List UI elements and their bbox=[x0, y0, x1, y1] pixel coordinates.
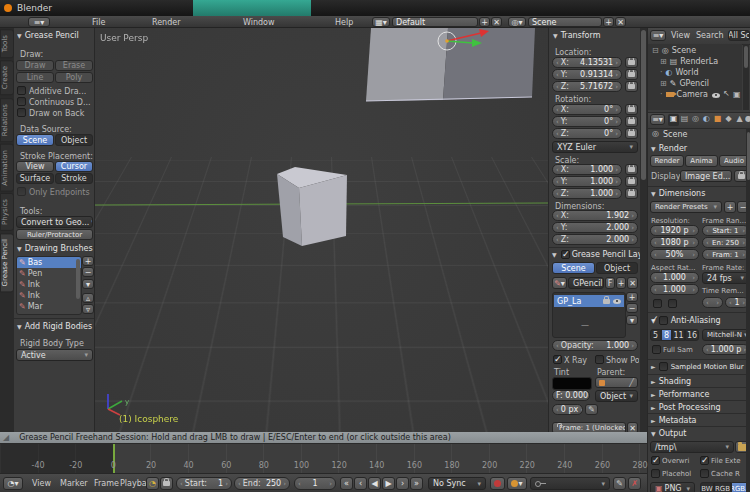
menu-file[interactable]: File bbox=[92, 18, 105, 27]
thickness-brush-button[interactable]: ✎ bbox=[585, 404, 598, 415]
rigid-bodies-panel-header[interactable]: Add Rigid Bodies bbox=[17, 322, 92, 331]
frame-rate-dropdown[interactable]: 24 fps bbox=[702, 272, 749, 284]
render-panel-header[interactable]: Render bbox=[651, 144, 687, 153]
parent-type-dropdown[interactable]: Object bbox=[595, 390, 638, 402]
tab-relations[interactable]: Relations bbox=[0, 98, 14, 142]
ruler-button[interactable]: Ruler/Protractor bbox=[16, 229, 93, 240]
brush-item-active[interactable]: ✎Bas bbox=[17, 257, 81, 268]
delete-keyframe-button[interactable]: ✗ bbox=[628, 477, 641, 490]
aa-samples-11-button[interactable]: 11 bbox=[672, 329, 685, 341]
brush-add-button[interactable]: + bbox=[82, 256, 94, 266]
scale-z-field[interactable]: Z:1.000 bbox=[552, 188, 622, 199]
layer-visibility-icon[interactable] bbox=[613, 299, 621, 304]
camera-select-icon[interactable]: ↖ bbox=[723, 89, 730, 98]
layer-specials-button[interactable]: ▾ bbox=[626, 315, 638, 325]
anti-aliasing-panel-header[interactable]: Anti-Aliasing bbox=[651, 316, 721, 325]
editor-type-button[interactable]: ≡▾ bbox=[28, 17, 50, 27]
keying-set-field[interactable] bbox=[530, 477, 610, 490]
color-bw-button[interactable]: BW bbox=[700, 482, 714, 492]
line-button[interactable]: Line bbox=[16, 72, 54, 83]
remap-old-field[interactable] bbox=[702, 297, 723, 308]
location-y-field[interactable]: Y:0.91314 bbox=[552, 69, 622, 80]
tab-render[interactable]: ▣ bbox=[668, 114, 679, 126]
rigid-body-type-dropdown[interactable]: Active bbox=[16, 349, 93, 361]
timeline-track[interactable]: -40-200204060801001201401601802002202402… bbox=[0, 443, 647, 473]
properties-scrollbar[interactable] bbox=[746, 128, 750, 492]
source-object-button[interactable]: Object bbox=[55, 134, 93, 146]
audio-button[interactable]: Audio bbox=[719, 155, 749, 167]
timeline-menu-marker[interactable]: Marker bbox=[60, 479, 88, 488]
brush-item[interactable]: ✎Pen bbox=[17, 268, 81, 279]
frame-step-field[interactable]: Fram: 1 bbox=[702, 249, 749, 260]
rotation-mode-dropdown[interactable]: XYZ Euler bbox=[552, 141, 638, 153]
rotation-z-field[interactable]: Z:0° bbox=[552, 128, 622, 139]
lock-cursor-button[interactable] bbox=[160, 477, 173, 490]
gp-add-button[interactable]: + bbox=[616, 277, 626, 289]
outliner-editor-button[interactable]: ≡▾ bbox=[650, 30, 666, 41]
display-dropdown[interactable]: Image Ed... bbox=[680, 170, 732, 182]
preview-range-button[interactable]: ◔ bbox=[146, 477, 159, 490]
tab-constraints[interactable]: ◆ bbox=[723, 114, 734, 126]
overwrite-checkbox[interactable] bbox=[651, 456, 660, 465]
frame-start-pill[interactable]: Start:1 bbox=[176, 477, 232, 490]
brush-move-down-button[interactable]: ▿ bbox=[82, 304, 94, 314]
insert-keyframe-button[interactable]: ✎ bbox=[613, 477, 626, 490]
fake-user-button[interactable]: F bbox=[605, 277, 615, 289]
transform-panel-header[interactable]: Transform bbox=[553, 31, 600, 40]
tab-scene[interactable]: ◎ bbox=[690, 114, 701, 126]
outliner-menu-view[interactable]: View bbox=[671, 31, 690, 40]
camera-render-icon[interactable]: ▣ bbox=[733, 90, 741, 99]
only-endpoints-checkbox[interactable] bbox=[17, 187, 26, 196]
lock-scale-z-button[interactable] bbox=[625, 188, 638, 199]
opacity-slider[interactable]: Opacity:1.000 bbox=[552, 340, 638, 351]
parent-object-field[interactable]: ╱ bbox=[595, 377, 638, 388]
tab-world[interactable]: ◐ bbox=[701, 114, 712, 126]
lock-scale-x-button[interactable] bbox=[625, 164, 638, 175]
aa-samples-8-button[interactable]: 8 bbox=[661, 329, 672, 341]
expander-icon[interactable]: ⊟ bbox=[652, 46, 659, 55]
layer-add-button[interactable]: + bbox=[626, 292, 638, 302]
outliner-item-scene[interactable]: ⊟◎Scene bbox=[652, 46, 696, 55]
prev-keyframe-button[interactable]: ‹ bbox=[354, 477, 367, 490]
aa-filter-dropdown[interactable]: Mitchell-N bbox=[702, 329, 749, 341]
menu-help[interactable]: Help bbox=[335, 18, 353, 27]
gpl-scene-button[interactable]: Scene bbox=[552, 262, 595, 274]
full-sample-checkbox[interactable] bbox=[652, 345, 661, 354]
scale-x-field[interactable]: X:1.000 bbox=[552, 164, 622, 175]
record-button[interactable] bbox=[490, 477, 505, 490]
crop-checkbox[interactable] bbox=[668, 299, 677, 308]
animation-button[interactable]: Anima bbox=[685, 155, 718, 167]
drawing-brushes-panel-header[interactable]: Drawing Brushes bbox=[17, 244, 93, 253]
camera-visibility-icon[interactable] bbox=[712, 93, 720, 98]
play-button[interactable]: ▶ bbox=[382, 477, 395, 490]
render-button[interactable]: Render bbox=[650, 155, 684, 167]
file-format-dropdown[interactable]: ▣PNG bbox=[650, 482, 695, 492]
timeline-editor-button[interactable]: ◔▾ bbox=[3, 477, 23, 490]
properties-editor-button[interactable]: ≡▾ bbox=[650, 114, 665, 125]
dimensions-panel-header[interactable]: Dimensions bbox=[651, 189, 705, 198]
tab-grease-pencil[interactable]: Grease Pencil bbox=[0, 233, 14, 292]
erase-button[interactable]: Erase bbox=[55, 60, 93, 71]
gp-datablock-name-field[interactable]: GPencil bbox=[568, 277, 604, 289]
outliner-menu-search[interactable]: Search bbox=[696, 31, 723, 40]
source-scene-button[interactable]: Scene bbox=[16, 134, 54, 146]
menu-window[interactable]: Window bbox=[243, 18, 275, 27]
gp-layer-item-active[interactable]: GP_La bbox=[554, 295, 624, 307]
dimensions-z-field[interactable]: Z:2.000 bbox=[552, 234, 638, 245]
gp-unlink-button[interactable]: ✕ bbox=[627, 277, 638, 289]
outliner-item-world[interactable]: ·◐World bbox=[660, 68, 698, 77]
resolution-y-field[interactable]: 1080 p bbox=[650, 237, 699, 248]
n-panel-scrollbar[interactable] bbox=[640, 28, 647, 432]
draw-on-back-checkbox[interactable] bbox=[17, 108, 26, 117]
breadcrumb[interactable]: Scene bbox=[663, 130, 687, 139]
convert-dropdown[interactable]: Convert to Geo... bbox=[16, 216, 93, 228]
resolution-x-field[interactable]: 1920 p bbox=[650, 225, 699, 236]
performance-panel-header[interactable]: Performance bbox=[651, 390, 709, 399]
border-checkbox[interactable] bbox=[653, 299, 662, 308]
jump-to-start-button[interactable]: « bbox=[340, 477, 353, 490]
rotation-y-field[interactable]: Y:0° bbox=[552, 116, 622, 127]
tab-tools[interactable]: Tools bbox=[0, 29, 14, 58]
brush-specials-button[interactable]: ▾ bbox=[82, 279, 94, 289]
aa-samples-16-button[interactable]: 16 bbox=[685, 329, 699, 341]
scene-delete-button[interactable]: ✕ bbox=[615, 17, 626, 27]
